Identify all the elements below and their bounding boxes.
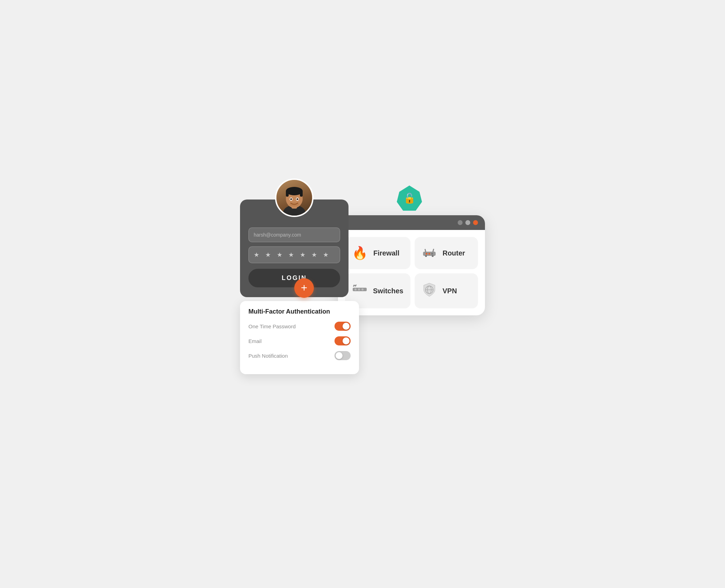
svg-point-21 [358, 288, 360, 290]
svg-point-22 [361, 288, 364, 290]
svg-point-12 [425, 253, 427, 255]
grid-item-vpn[interactable]: VPN [415, 273, 478, 308]
toggle-otp-knob [343, 323, 350, 330]
mfa-title: Multi-Factor Authentication [248, 308, 351, 315]
plus-icon: + [301, 282, 308, 293]
mfa-label-otp: One Time Password [248, 323, 296, 329]
dashboard-card: 🔥 Firewall Ro [338, 215, 485, 315]
svg-point-10 [289, 202, 299, 206]
firewall-icon: 🔥 [352, 246, 368, 260]
svg-point-13 [428, 253, 430, 255]
dashboard-grid: 🔥 Firewall Ro [338, 230, 485, 315]
password-field: ★ ★ ★ ★ ★ ★ ★ [248, 246, 340, 263]
svg-rect-5 [300, 190, 303, 197]
login-form: ★ ★ ★ ★ ★ ★ ★ LOGIN [248, 227, 340, 287]
toggle-otp[interactable] [335, 322, 351, 331]
grid-item-router[interactable]: Router [415, 237, 478, 269]
svg-rect-17 [425, 255, 427, 257]
firewall-label: Firewall [373, 249, 399, 257]
router-icon [422, 245, 437, 261]
mfa-card: Multi-Factor Authentication One Time Pas… [240, 301, 359, 374]
email-input[interactable] [248, 227, 340, 242]
add-mfa-button[interactable]: + [294, 278, 314, 298]
svg-rect-4 [286, 190, 289, 197]
window-dot-2 [465, 220, 470, 225]
vpn-label: VPN [443, 287, 457, 295]
router-label: Router [443, 249, 465, 257]
login-button[interactable]: LOGIN [248, 269, 340, 287]
svg-point-9 [297, 198, 298, 200]
lock-badge: 🔓 [397, 186, 422, 211]
mfa-label-email: Email [248, 338, 262, 344]
svg-rect-18 [432, 255, 434, 257]
mfa-label-push: Push Notification [248, 353, 288, 359]
dashboard-header [338, 215, 485, 230]
mfa-row-otp: One Time Password [248, 322, 351, 331]
switches-icon [352, 284, 367, 298]
toggle-push-knob [336, 352, 343, 359]
mfa-row-push: Push Notification [248, 351, 351, 360]
avatar [275, 178, 314, 217]
window-dot-3 [473, 220, 478, 225]
toggle-email[interactable] [335, 336, 351, 345]
svg-point-20 [354, 288, 357, 290]
grid-item-firewall[interactable]: 🔥 Firewall [345, 237, 410, 269]
svg-point-14 [431, 253, 433, 255]
switches-label: Switches [373, 287, 403, 295]
vpn-icon [422, 282, 437, 300]
window-dot-1 [458, 220, 463, 225]
lock-shape: 🔓 [397, 186, 422, 211]
toggle-push[interactable] [335, 351, 351, 360]
lock-icon: 🔓 [403, 192, 416, 204]
toggle-email-knob [343, 337, 350, 344]
avatar-image [276, 180, 312, 216]
svg-point-8 [290, 198, 292, 200]
scene: 🔓 [240, 186, 485, 402]
login-card: ★ ★ ★ ★ ★ ★ ★ LOGIN [240, 200, 349, 297]
mfa-row-email: Email [248, 336, 351, 345]
